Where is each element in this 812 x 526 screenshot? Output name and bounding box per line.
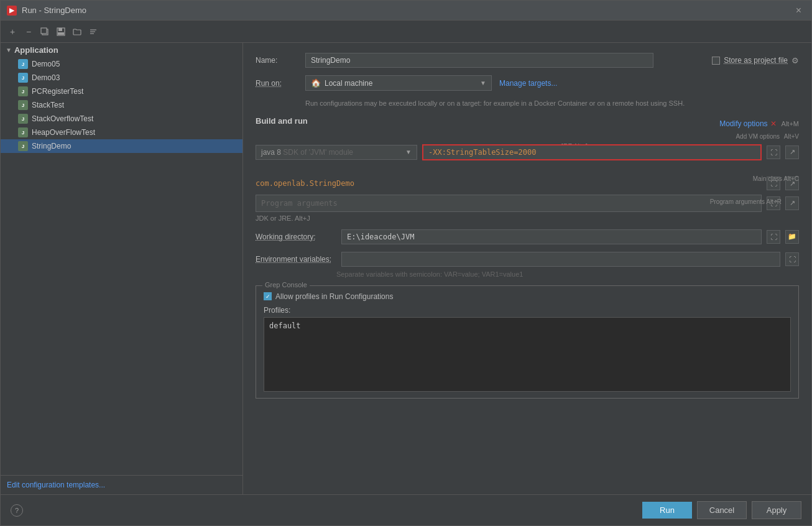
sidebar-item-stackoverflowtest[interactable]: J StackOverflowTest: [1, 112, 242, 126]
name-row: Name: Store as project file ⚙: [256, 53, 799, 68]
expand-vm-button[interactable]: ⛶: [767, 145, 780, 159]
run-button[interactable]: Run: [642, 502, 692, 519]
main-class-hint: Main class Alt+C: [753, 175, 799, 182]
save-button[interactable]: [54, 25, 68, 39]
java-file-icon: J: [18, 141, 28, 151]
program-args-input[interactable]: [256, 195, 762, 212]
java-file-icon: J: [18, 114, 28, 124]
chevron-down-icon: ▼: [405, 149, 412, 155]
default-profile: default: [269, 321, 301, 330]
edit-templates-link[interactable]: Edit configuration templates...: [7, 481, 105, 489]
apply-button[interactable]: Apply: [752, 501, 801, 519]
store-project-checkbox[interactable]: [712, 57, 720, 65]
sidebar-section-application[interactable]: ▼ Application: [1, 43, 242, 57]
sort-icon: [89, 27, 98, 36]
sidebar-item-demo03[interactable]: J Demo03: [1, 71, 242, 85]
modify-options-area: Modify options ✕ Alt+M: [719, 119, 799, 128]
java-file-icon: J: [18, 100, 28, 110]
prog-args-hint: Program arguments Alt+R: [710, 198, 782, 205]
grep-console-group: Grep Console Allow profiles in Run Confi…: [256, 285, 799, 399]
grep-console-legend: Grep Console: [262, 281, 310, 288]
add-vm-options-hint: Add VM options Alt+V: [736, 133, 799, 140]
profiles-list: default: [264, 317, 791, 392]
sort-button[interactable]: [86, 25, 100, 39]
allow-profiles-checkbox[interactable]: [264, 292, 272, 300]
java-file-icon: J: [18, 86, 28, 96]
main-class-section: Main class Alt+C ⛶ ↗: [256, 177, 799, 191]
java-file-icon: J: [18, 127, 28, 137]
main-class-row: ⛶ ↗: [256, 177, 799, 191]
sidebar-footer: Edit configuration templates...: [1, 475, 242, 494]
add-button[interactable]: +: [6, 25, 19, 39]
run-on-label: Run on:: [256, 79, 305, 88]
sidebar-item-stacktest[interactable]: J StackTest: [1, 98, 242, 112]
run-on-row: Run on: 🏠 Local machine ▼ Manage targets…: [256, 75, 799, 91]
svg-rect-1: [41, 28, 47, 34]
cancel-button[interactable]: Cancel: [697, 501, 747, 519]
grep-checkbox-row: Allow profiles in Run Configurations: [264, 292, 791, 301]
sidebar-item-pcregistertest[interactable]: J PCRegisterTest: [1, 85, 242, 98]
run-config-info: Run configurations may be executed local…: [305, 98, 799, 109]
manage-targets-link[interactable]: Manage targets...: [499, 79, 557, 88]
copy-working-dir-button[interactable]: ⛶: [767, 230, 780, 244]
name-input[interactable]: [305, 53, 653, 68]
help-button[interactable]: ?: [11, 504, 23, 517]
svg-rect-4: [58, 32, 64, 35]
working-dir-input[interactable]: [341, 229, 762, 244]
copy-button[interactable]: [38, 25, 52, 39]
local-machine-label: Local machine: [325, 79, 372, 88]
vm-options-wrapper: [422, 144, 762, 160]
sidebar-item-heapoverflowtest[interactable]: J HeapOverFlowTest: [1, 126, 242, 139]
modify-options-link[interactable]: Modify options: [719, 119, 767, 128]
local-machine-icon: 🏠: [311, 78, 321, 88]
folder-button[interactable]: [70, 25, 84, 39]
toolbar: + −: [1, 21, 811, 43]
build-run-title: Build and run: [256, 116, 308, 126]
open-prog-args-editor-button[interactable]: ↗: [785, 196, 799, 210]
name-label: Name:: [256, 56, 305, 65]
open-vm-editor-button[interactable]: ↗: [785, 145, 799, 159]
jre-vm-section: Add VM options Alt+V JRE Alt+J java 8 SD…: [256, 136, 799, 160]
modify-close-icon[interactable]: ✕: [770, 119, 777, 128]
bottom-bar: ? Run Cancel Apply: [1, 494, 811, 525]
sidebar-item-demo05[interactable]: J Demo05: [1, 57, 242, 71]
save-icon: [57, 27, 65, 36]
window-title: Run - StringDemo: [22, 6, 792, 15]
jdk-jre-hint: JDK or JRE. Alt+J: [256, 215, 799, 222]
folder-icon: [73, 27, 81, 36]
build-run-header: Build and run Modify options ✕ Alt+M: [256, 116, 799, 132]
run-on-dropdown[interactable]: 🏠 Local machine ▼: [305, 75, 492, 91]
jdk-dropdown[interactable]: java 8 SDK of 'JVM' module ▼: [256, 145, 417, 160]
sidebar-item-stringdemo[interactable]: J StringDemo: [1, 139, 242, 153]
right-panel: Name: Store as project file ⚙ Run on: 🏠 …: [243, 43, 811, 494]
remove-button[interactable]: −: [22, 25, 35, 39]
env-vars-label: Environment variables:: [256, 255, 336, 264]
svg-rect-3: [58, 28, 62, 31]
sidebar-section-label: Application: [14, 45, 58, 55]
jdk-vm-row: java 8 SDK of 'JVM' module ▼ ⛶ ↗: [256, 144, 799, 160]
copy-env-button[interactable]: ⛶: [785, 252, 799, 266]
close-button[interactable]: ×: [792, 4, 805, 17]
allow-profiles-label: Allow profiles in Run Configurations: [275, 292, 393, 301]
app-icon: ▶: [7, 6, 17, 16]
copy-icon: [40, 27, 49, 36]
gear-icon[interactable]: ⚙: [791, 56, 799, 65]
env-vars-row: Environment variables: ⛶: [256, 252, 799, 267]
title-bar: ▶ Run - StringDemo ×: [1, 1, 811, 21]
chevron-down-icon: ▼: [480, 80, 486, 86]
program-args-section: Program arguments Alt+R ⛶ ↗: [256, 195, 799, 212]
java-file-icon: J: [18, 59, 28, 69]
jdk-value: java 8 SDK of 'JVM' module: [261, 148, 353, 157]
profiles-label: Profiles:: [264, 306, 791, 315]
store-project-label: Store as project file: [724, 56, 788, 65]
modify-options-shortcut: Alt+M: [782, 120, 799, 127]
env-vars-input[interactable]: [341, 252, 780, 267]
vm-options-input[interactable]: [422, 144, 762, 160]
sidebar: ▼ Application J Demo05 J Demo03 J PCRegi…: [1, 43, 243, 494]
store-project-area: Store as project file ⚙: [712, 56, 799, 65]
chevron-down-icon: ▼: [6, 47, 12, 53]
env-hint: Separate variables with semicolon: VAR=v…: [336, 270, 799, 278]
browse-working-dir-button[interactable]: 📁: [785, 230, 799, 244]
main-class-input[interactable]: [256, 177, 762, 191]
working-directory-row: Working directory: ⛶ 📁: [256, 229, 799, 244]
